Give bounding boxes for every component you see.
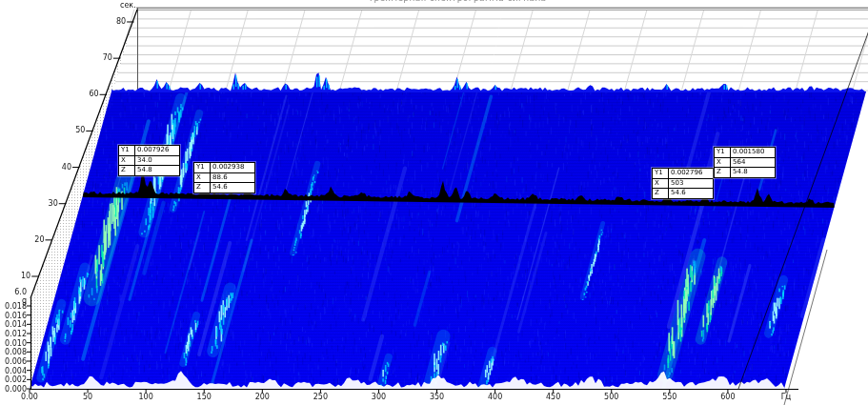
cursor-readout-box[interactable]: Y10.002796X503Z54.6 — [652, 168, 714, 199]
readout-key: Y1 — [194, 163, 211, 172]
frequency-axis-tick-label: 500 — [597, 393, 626, 401]
amplitude-axis-tick-label: 0.014 — [2, 320, 27, 329]
time-axis-tick-label: 30 — [37, 199, 58, 208]
cursor-readout-row: X564 — [715, 158, 775, 169]
amplitude-axis-tick-label: 0.018 — [2, 302, 27, 311]
amplitude-axis-tick-label: 0.002 — [2, 375, 27, 384]
readout-value: 564 — [731, 158, 775, 168]
readout-value: 503 — [669, 179, 713, 189]
amplitude-axis-top-label: 6.0 — [2, 288, 27, 296]
frequency-axis-tick-label: 50 — [73, 393, 102, 401]
readout-value: 0.001580 — [731, 148, 775, 157]
cursor-readout-row: Z54.8 — [715, 168, 775, 177]
readout-value: 0.002796 — [669, 169, 713, 178]
time-axis-tick-label: 40 — [50, 163, 71, 172]
readout-value: 54.6 — [669, 189, 713, 198]
readout-value: 54.8 — [135, 166, 179, 175]
frequency-axis-tick-label: 100 — [131, 393, 160, 401]
cursor-readout-row: Y10.002796 — [653, 169, 713, 179]
frequency-axis-tick-label: 350 — [423, 393, 452, 401]
readout-key: X — [194, 173, 211, 183]
readout-key: Y1 — [653, 169, 669, 178]
cursor-readout-row: Y10.007926 — [119, 146, 179, 156]
amplitude-axis-tick-label: 0.004 — [2, 367, 27, 375]
readout-key: Z — [119, 166, 135, 175]
cursor-readout-row: X34.0 — [119, 156, 179, 167]
cursor-readout-box[interactable]: Y10.001580X564Z54.8 — [714, 147, 776, 178]
frequency-axis-tick-label: 550 — [656, 393, 684, 401]
time-axis-tick-label: 50 — [64, 126, 85, 134]
cursor-readout-row: Y10.001580 — [715, 148, 775, 158]
cursor-readout-row: X88.6 — [194, 173, 254, 184]
time-axis-tick-label: 60 — [78, 90, 99, 98]
time-axis-tick-label: 10 — [10, 272, 30, 280]
frequency-axis-tick-label: 300 — [364, 393, 393, 401]
spectrogram-3d-surface[interactable] — [0, 0, 868, 405]
cursor-readout-row: X503 — [653, 179, 713, 190]
cursor-readout-row: Z54.8 — [119, 166, 179, 175]
readout-value: 54.8 — [731, 168, 775, 177]
cursor-readout-box[interactable]: Y10.002938X88.6Z54.6 — [193, 162, 255, 193]
time-axis-tick-label: 80 — [105, 17, 126, 26]
frequency-axis-tick-label: 150 — [190, 393, 218, 401]
readout-key: Z — [715, 168, 731, 177]
readout-key: Y1 — [715, 148, 731, 157]
amplitude-axis-tick-label: 0.012 — [2, 330, 27, 338]
chart-title: Трехмерная спектрограмма сигнала — [314, 0, 600, 3]
readout-key: X — [653, 179, 669, 189]
cursor-readout-row: Z54.6 — [194, 183, 254, 192]
readout-key: Y1 — [119, 146, 135, 155]
readout-value: 0.002938 — [211, 163, 254, 172]
frequency-axis-tick-label: 600 — [714, 393, 742, 401]
readout-key: X — [119, 156, 135, 166]
amplitude-axis-tick-label: 0.016 — [2, 312, 27, 320]
amplitude-axis-tick-label: 0.008 — [2, 348, 27, 356]
readout-key: X — [715, 158, 731, 168]
readout-key: Z — [194, 183, 211, 192]
frequency-axis-unit-label: Гц — [775, 393, 797, 401]
readout-value: 88.6 — [211, 173, 254, 183]
readout-value: 54.6 — [211, 183, 254, 192]
cursor-readout-row: Z54.6 — [653, 189, 713, 198]
frequency-axis-tick-label: 200 — [248, 393, 276, 401]
time-axis-tick-label: 70 — [91, 53, 112, 62]
frequency-axis-tick-label: 450 — [539, 393, 568, 401]
amplitude-axis-tick-label: 0.006 — [2, 357, 27, 366]
frequency-axis-tick-label: 250 — [306, 393, 334, 401]
spectrogram-window: Трехмерная спектрограмма сигнала сек. 6.… — [0, 0, 868, 405]
readout-value: 0.007926 — [135, 146, 179, 155]
readout-key: Z — [653, 189, 669, 198]
amplitude-axis-tick-label: 0.010 — [2, 339, 27, 348]
frequency-axis-tick-label: 0.00 — [15, 393, 44, 401]
cursor-readout-row: Y10.002938 — [194, 163, 254, 173]
frequency-axis-tick-label: 400 — [481, 393, 510, 401]
readout-value: 34.0 — [135, 156, 179, 166]
cursor-readout-box[interactable]: Y10.007926X34.0Z54.8 — [118, 145, 180, 176]
time-axis-unit-label: сек. — [120, 1, 136, 10]
time-axis-tick-label: 20 — [23, 235, 44, 244]
